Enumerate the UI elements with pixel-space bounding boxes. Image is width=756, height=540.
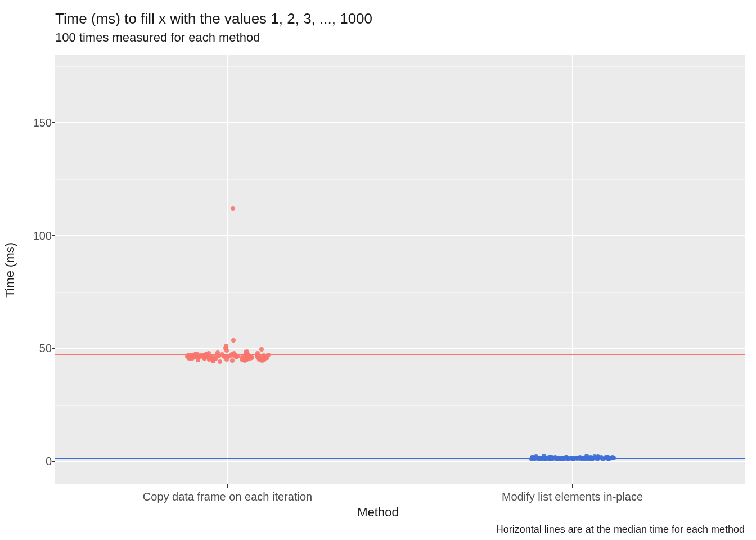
- data-point: [569, 456, 574, 460]
- data-point: [231, 206, 235, 211]
- data-point: [256, 356, 260, 360]
- x-tick-label: Copy data frame on each iteration: [143, 490, 312, 503]
- y-tick-mark: [52, 348, 55, 349]
- x-tick-mark: [572, 484, 573, 488]
- median-line: [55, 458, 745, 459]
- data-point: [604, 456, 609, 460]
- data-point: [231, 338, 236, 343]
- plot-area: [55, 55, 745, 484]
- data-point: [548, 456, 553, 461]
- y-tick-mark: [52, 235, 55, 236]
- gridline-h-minor: [55, 405, 745, 406]
- data-point: [209, 356, 214, 361]
- data-point: [610, 456, 615, 460]
- data-point: [218, 359, 222, 364]
- y-tick-mark: [52, 122, 55, 123]
- y-tick-label: 50: [18, 342, 52, 355]
- data-point: [215, 350, 220, 355]
- gridline-v: [572, 55, 573, 484]
- data-point: [529, 457, 534, 461]
- gridline-h: [55, 235, 745, 236]
- gridline-h: [55, 461, 745, 462]
- gridline-v: [227, 55, 228, 484]
- data-point: [185, 354, 190, 359]
- data-point: [262, 355, 266, 359]
- data-point: [204, 353, 208, 358]
- gridline-h-minor: [55, 66, 745, 67]
- data-point: [224, 344, 228, 348]
- data-point: [560, 456, 564, 461]
- data-point: [234, 355, 238, 359]
- x-tick-mark: [227, 484, 228, 488]
- data-point: [243, 353, 248, 357]
- data-point: [584, 454, 589, 458]
- gridline-h: [55, 348, 745, 349]
- chart-subtitle: 100 times measured for each method: [55, 30, 260, 45]
- chart-caption: Horizontal lines are at the median time …: [496, 524, 745, 536]
- data-point: [222, 354, 226, 358]
- data-point: [540, 456, 544, 461]
- gridline-h-minor: [55, 179, 745, 180]
- y-tick-label: 150: [18, 116, 52, 129]
- y-axis-label: Time (ms): [3, 242, 17, 298]
- x-axis-label: Method: [357, 505, 398, 520]
- data-point: [599, 455, 604, 460]
- data-point: [575, 456, 579, 461]
- data-point: [259, 347, 264, 352]
- data-point: [266, 353, 271, 357]
- y-tick-mark: [52, 461, 55, 462]
- data-point: [199, 354, 204, 358]
- chart-title: Time (ms) to fill x with the values 1, 2…: [55, 10, 372, 28]
- y-tick-label: 0: [18, 454, 52, 467]
- data-point: [240, 357, 244, 362]
- data-point: [230, 358, 235, 363]
- median-line: [55, 354, 745, 356]
- gridline-h-minor: [55, 292, 745, 292]
- gridline-h: [55, 122, 745, 123]
- y-tick-label: 100: [18, 229, 52, 242]
- data-point: [590, 456, 595, 461]
- data-point: [248, 357, 252, 361]
- x-tick-label: Modify list elements in-place: [502, 490, 643, 503]
- chart-container: Time (ms) to fill x with the values 1, 2…: [0, 0, 756, 540]
